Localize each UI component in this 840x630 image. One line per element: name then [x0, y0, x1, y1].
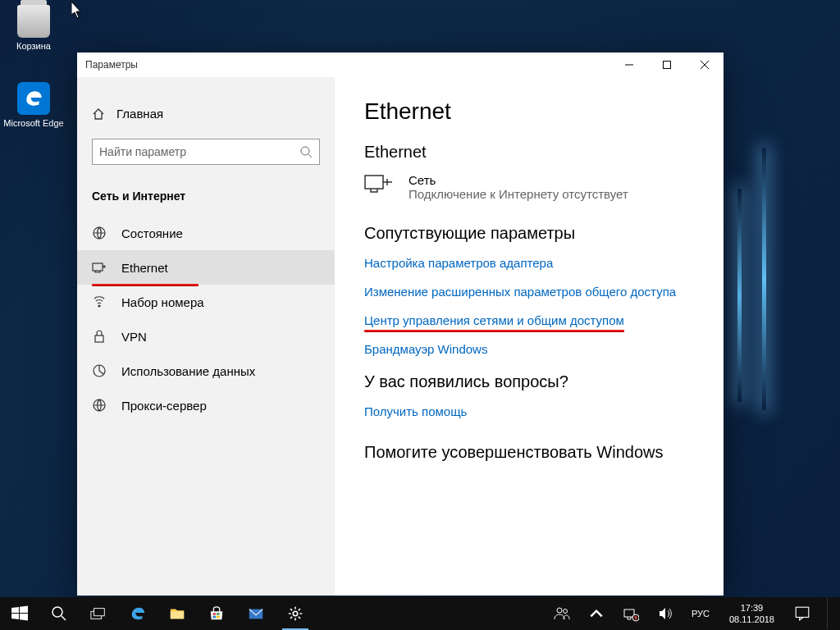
search-input[interactable]: Найти параметр [92, 139, 320, 165]
clock-time: 17:39 [729, 602, 774, 614]
datausage-icon [92, 363, 107, 378]
people-icon [554, 605, 570, 622]
gear-icon [287, 605, 304, 622]
link-firewall[interactable]: Брандмауэр Windows [364, 342, 487, 356]
taskview-icon [90, 605, 107, 622]
tray-clock[interactable]: 17:39 08.11.2018 [723, 602, 781, 626]
proxy-icon [92, 398, 107, 413]
taskbar-store[interactable] [197, 597, 236, 630]
show-desktop[interactable] [827, 598, 838, 629]
page-title: Ethernet [364, 98, 694, 125]
minimize-button[interactable] [610, 52, 648, 77]
icon-label: Microsoft Edge [3, 118, 64, 128]
nav-label: Состояние [121, 226, 183, 240]
system-tray: РУС 17:39 08.11.2018 [549, 597, 840, 630]
edge-icon [17, 82, 50, 115]
questions-heading: У вас появились вопросы? [364, 372, 694, 391]
svg-rect-8 [365, 176, 383, 189]
home-label: Главная [116, 107, 163, 121]
svg-rect-5 [95, 336, 103, 342]
annotation-underline [364, 330, 624, 332]
page-subtitle: Ethernet [364, 143, 694, 162]
sidebar: Главная Найти параметр Сеть и Интернет С… [77, 77, 335, 596]
tray-language[interactable]: РУС [687, 597, 714, 630]
related-heading: Сопутствующие параметры [364, 224, 694, 243]
nav-label: VPN [121, 330, 147, 344]
taskview-button[interactable] [79, 597, 118, 630]
sidebar-item-ethernet[interactable]: Ethernet [77, 250, 335, 285]
dialup-icon [92, 294, 107, 309]
vpn-icon [92, 329, 107, 344]
ethernet-icon [92, 260, 107, 275]
home-icon [92, 107, 105, 121]
status-icon [92, 226, 107, 240]
sidebar-item-proxy[interactable]: Прокси-сервер [77, 388, 335, 422]
link-adapter-settings[interactable]: Настройка параметров адаптера [364, 256, 553, 270]
tray-network[interactable] [618, 597, 644, 630]
sidebar-item-vpn[interactable]: VPN [77, 319, 335, 354]
nav-label: Ethernet [121, 261, 168, 275]
improve-heading: Помогите усовершенствовать Windows [364, 443, 694, 462]
svg-rect-14 [217, 613, 220, 615]
search-icon [299, 145, 313, 158]
link-advanced-sharing[interactable]: Изменение расширенных параметров общего … [364, 285, 676, 299]
svg-rect-16 [217, 616, 220, 619]
maximize-button[interactable] [648, 52, 686, 77]
svg-point-19 [557, 608, 562, 613]
svg-rect-0 [664, 62, 671, 69]
mail-icon [248, 605, 264, 622]
taskbar-mail[interactable] [236, 597, 276, 630]
svg-rect-13 [212, 613, 216, 615]
volume-icon [657, 605, 673, 622]
nav-label: Набор номера [121, 295, 204, 309]
desktop-icon-edge[interactable]: Microsoft Edge [3, 82, 64, 128]
recycle-bin-icon [17, 5, 50, 38]
titlebar[interactable]: Параметры [77, 52, 724, 77]
close-button[interactable] [686, 52, 724, 77]
tray-volume[interactable] [652, 597, 678, 630]
sidebar-item-datausage[interactable]: Использование данных [77, 354, 335, 388]
chevron-up-icon [588, 605, 605, 622]
sidebar-section-label: Сеть и Интернет [77, 183, 335, 216]
taskbar-settings[interactable] [276, 597, 315, 630]
start-button[interactable] [0, 597, 39, 630]
sidebar-item-dialup[interactable]: Набор номера [77, 285, 335, 319]
edge-icon [130, 605, 146, 622]
svg-rect-23 [796, 607, 809, 617]
taskbar-edge[interactable] [118, 597, 158, 630]
link-network-center[interactable]: Центр управления сетями и общим доступом [364, 313, 624, 327]
search-icon [51, 605, 67, 622]
settings-window: Параметры Главная Найти параметр Сеть и … [77, 52, 724, 596]
nav-label: Использование данных [121, 364, 255, 378]
taskbar: РУС 17:39 08.11.2018 [0, 597, 840, 630]
network-icon [364, 173, 394, 198]
network-name: Сеть [409, 173, 628, 187]
clock-date: 08.11.2018 [729, 614, 774, 625]
svg-point-18 [293, 611, 297, 615]
nav-label: Прокси-сервер [121, 399, 207, 413]
network-status: Подключение к Интернету отсутствует [409, 187, 628, 201]
windows-icon [11, 605, 28, 622]
tray-people[interactable] [549, 597, 575, 630]
svg-rect-11 [94, 609, 105, 616]
notification-icon [794, 605, 810, 622]
tray-chevron[interactable] [583, 597, 609, 630]
tray-notifications[interactable] [789, 597, 815, 630]
svg-rect-3 [93, 263, 103, 271]
network-icon [623, 605, 639, 622]
desktop-icon-recycle-bin[interactable]: Корзина [3, 5, 64, 51]
link-text: Центр управления сетями и общим доступом [364, 313, 624, 327]
link-get-help[interactable]: Получить помощь [364, 404, 467, 418]
taskbar-explorer[interactable] [158, 597, 197, 630]
svg-point-4 [98, 305, 100, 307]
sidebar-item-status[interactable]: Состояние [77, 216, 335, 250]
search-button[interactable] [39, 597, 79, 630]
home-link[interactable]: Главная [77, 100, 335, 127]
network-status-row[interactable]: Сеть Подключение к Интернету отсутствует [364, 173, 694, 201]
cursor-icon [71, 2, 84, 20]
svg-point-1 [301, 147, 309, 155]
svg-point-9 [52, 607, 62, 617]
svg-point-20 [563, 609, 567, 614]
folder-icon [169, 605, 185, 622]
icon-label: Корзина [3, 41, 64, 51]
